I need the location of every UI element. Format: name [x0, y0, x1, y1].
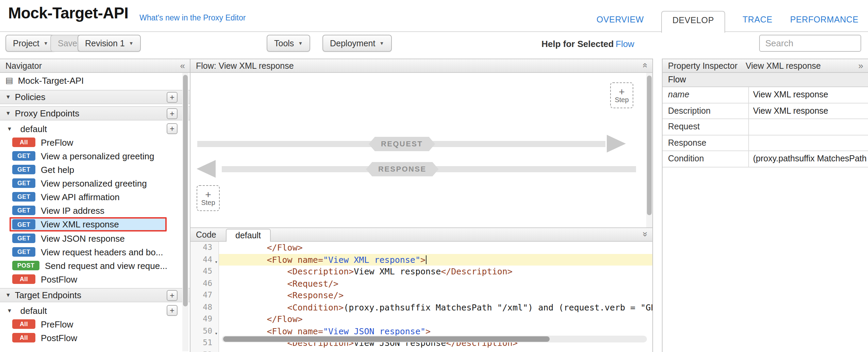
add-target-flow-button[interactable]: + — [167, 305, 178, 316]
line-number: 46 — [190, 277, 218, 289]
code-token: > — [425, 326, 431, 336]
nav-flow-item[interactable]: AllPostFlow — [0, 331, 190, 345]
collapse-code-panel-icon[interactable]: » — [640, 232, 650, 237]
method-badge: All — [12, 319, 35, 329]
navigator-panel: Navigator « ▤ Mock-Target-API ▼ Policies… — [0, 59, 190, 352]
triangle-down-icon: ▼ — [7, 307, 12, 314]
code-line[interactable]: <Description>View XML response</Descript… — [219, 266, 652, 277]
code-line[interactable]: </Flow> — [219, 242, 652, 254]
plus-icon: + — [619, 87, 625, 96]
deployment-button[interactable]: Deployment ▼ — [322, 35, 391, 52]
method-badge: GET — [12, 247, 35, 257]
section-label: Proxy Endpoints — [15, 108, 79, 118]
whats-new-link[interactable]: What's new in the Proxy Editor — [139, 14, 246, 22]
tab-performance[interactable]: PERFORMANCE — [790, 11, 858, 25]
tools-button[interactable]: Tools ▼ — [267, 35, 310, 52]
section-label: Target Endpoints — [15, 290, 81, 300]
code-line[interactable] — [219, 349, 652, 352]
nav-flow-item[interactable]: GETView IP address — [0, 204, 190, 217]
section-policies[interactable]: ▼ Policies + — [0, 90, 190, 104]
section-target-endpoints[interactable]: ▼ Target Endpoints + — [0, 288, 190, 302]
code-tab-default[interactable]: default — [226, 229, 270, 242]
inspector-row-label: Condition — [663, 151, 749, 166]
search-input[interactable] — [759, 35, 861, 52]
nav-group-target-default[interactable]: ▼ default + — [0, 304, 190, 317]
code-token: View XML response — [354, 266, 441, 276]
nav-flow-item[interactable]: AllPreFlow — [0, 135, 190, 149]
nav-flow-item[interactable]: AllPostFlow — [0, 272, 190, 286]
flow-label: View request headers and bo... — [41, 247, 163, 257]
code-line[interactable]: <Request/> — [219, 277, 652, 289]
line-number: 43 — [190, 242, 218, 254]
flow-panel-title: Flow: View XML response — [196, 61, 294, 70]
code-token: <Flow name= — [226, 254, 323, 265]
add-step-button-request[interactable]: + Step — [610, 82, 633, 108]
nav-flow-item[interactable]: GETView API affirmation — [0, 190, 190, 204]
flow-panel-header: Flow: View XML response « — [190, 59, 652, 73]
nav-root-item[interactable]: ▤ Mock-Target-API — [0, 73, 190, 88]
nav-flow-item[interactable]: POSTSend request and view reque... — [0, 259, 190, 272]
method-badge: POST — [12, 261, 39, 271]
project-button[interactable]: Project ▼ — [5, 35, 56, 52]
target-flow-list: AllPreFlowAllPostFlow — [0, 317, 190, 345]
add-proxy-endpoint-button[interactable]: + — [167, 108, 178, 119]
inspector-row-label: Description — [663, 103, 749, 118]
collapse-navigator-icon[interactable]: « — [180, 61, 185, 71]
code-hscrollbar[interactable] — [223, 336, 550, 342]
nav-flow-item[interactable]: GETView personalized greeting — [0, 176, 190, 190]
tab-trace[interactable]: TRACE — [742, 11, 772, 25]
proxy-editor-app: Mock-Target-API What's new in the Proxy … — [0, 0, 868, 352]
nav-group-proxy-default[interactable]: ▼ default + — [0, 122, 190, 135]
inspector-row-value[interactable]: (proxy.pathsuffix MatchesPath "/x — [749, 151, 868, 166]
add-policy-button[interactable]: + — [167, 92, 178, 103]
code-token: </Flow> — [226, 314, 303, 324]
flow-label: View IP address — [41, 205, 104, 215]
add-proxy-flow-button[interactable]: + — [167, 123, 178, 134]
method-badge: All — [12, 138, 35, 147]
flow-label: PreFlow — [41, 137, 73, 147]
section-proxy-endpoints[interactable]: ▼ Proxy Endpoints + — [0, 106, 190, 121]
flow-label: View JSON response — [41, 233, 125, 243]
expand-inspector-icon[interactable]: » — [858, 61, 863, 71]
code-line[interactable]: <Response/> — [219, 289, 652, 301]
flow-scrollbar[interactable] — [647, 76, 652, 215]
inspector-row-value[interactable]: View XML response — [749, 103, 868, 118]
code-token: <Description> — [226, 266, 354, 276]
flow-label: PreFlow — [41, 319, 73, 329]
add-step-button-response[interactable]: + Step — [197, 185, 220, 211]
nav-flow-item[interactable]: GETView XML response — [10, 217, 167, 231]
add-target-endpoint-button[interactable]: + — [167, 290, 178, 301]
code-line[interactable]: <Flow name="View JSON response"> — [219, 325, 652, 337]
collapse-flow-panel-icon[interactable]: « — [640, 63, 650, 68]
inspector-row-value[interactable] — [749, 119, 868, 134]
help-flow-link[interactable]: Flow — [616, 39, 634, 49]
tab-develop[interactable]: DEVELOP — [662, 11, 725, 33]
request-arrow-icon — [607, 135, 626, 153]
inspector-row-value[interactable]: View XML response — [749, 87, 868, 102]
code-token: <Condition> — [226, 302, 344, 312]
method-badge: GET — [12, 220, 35, 229]
code-line[interactable]: <Flow name="View XML response"> — [219, 254, 652, 266]
flow-canvas: + Step REQUEST RESPONSE + Step — [190, 73, 652, 227]
nav-flow-item[interactable]: AllPreFlow — [0, 317, 190, 331]
response-label: RESPONSE — [366, 162, 438, 176]
nav-flow-item[interactable]: GETView request headers and bo... — [0, 245, 190, 259]
property-inspector-panel: Property Inspector View XML response » F… — [662, 59, 868, 352]
code-line[interactable]: <Condition>(proxy.pathsuffix MatchesPath… — [219, 301, 652, 313]
caret-down-icon: ▼ — [379, 41, 384, 46]
revision-button[interactable]: Revision 1 ▼ — [78, 35, 141, 52]
nav-flow-item[interactable]: GETGet help — [0, 163, 190, 176]
nav-flow-item[interactable]: GETView JSON response — [0, 231, 190, 245]
code-gutter: 4344▾454647484950▾5152 — [190, 242, 219, 352]
code-editor: 4344▾454647484950▾5152 </Flow> <Flow nam… — [190, 242, 652, 352]
step-button-label: Step — [201, 199, 215, 206]
property-inspector-context: View XML response — [746, 61, 821, 70]
tab-overview[interactable]: OVERVIEW — [597, 11, 644, 25]
inspector-row-value[interactable] — [749, 135, 868, 150]
property-inspector-title: Property Inspector — [668, 61, 737, 70]
response-arrow-icon — [197, 160, 216, 178]
code-line[interactable]: </Flow> — [219, 313, 652, 325]
navigator-scrollbar[interactable] — [183, 75, 188, 306]
nav-flow-item[interactable]: GETView a personalized greeting — [0, 149, 190, 163]
code-token: > — [420, 254, 425, 265]
